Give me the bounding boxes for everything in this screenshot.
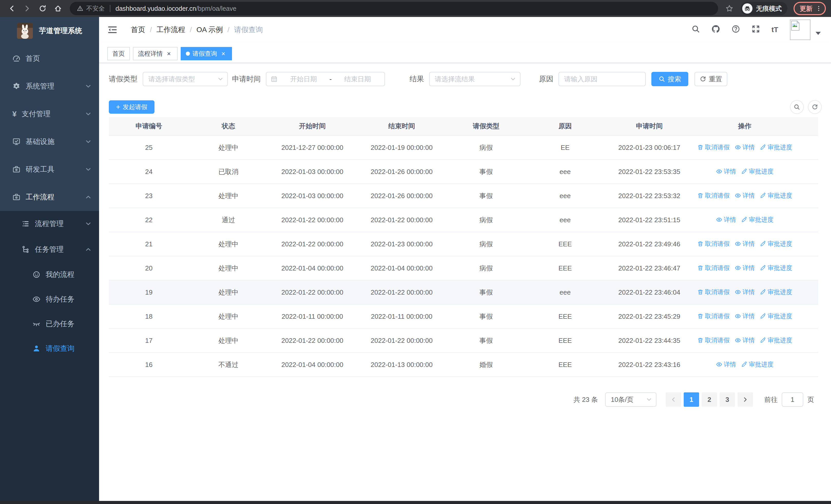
action-progress-link[interactable]: 审批进度 [760, 143, 792, 151]
next-page-button[interactable] [738, 392, 753, 407]
breadcrumb-separator: / [190, 26, 192, 34]
action-detail-link[interactable]: 详情 [735, 312, 755, 320]
back-icon[interactable] [5, 2, 19, 15]
action-cancel-link[interactable]: 取消请假 [697, 264, 729, 272]
more-vert-icon[interactable] [815, 5, 822, 11]
action-detail-link[interactable]: 详情 [716, 360, 736, 368]
action-cancel-link[interactable]: 取消请假 [697, 240, 729, 248]
show-search-button[interactable] [790, 100, 804, 114]
action-detail-link[interactable]: 详情 [735, 336, 755, 345]
filter-form: 请假类型 请选择请假类型 申请时间 开始日期 - 结束日期 结果 请选择流结果 [109, 72, 822, 86]
cell-id: 22 [109, 208, 189, 232]
github-icon[interactable] [711, 25, 722, 35]
tab-process-detail[interactable]: 流程详情× [133, 47, 178, 60]
action-progress-link[interactable]: 审批进度 [760, 288, 792, 296]
page-button-3[interactable]: 3 [720, 392, 735, 407]
action-progress-link[interactable]: 审批进度 [741, 215, 774, 224]
sidebar-item-done-tasks[interactable]: 已办任务 [0, 312, 99, 336]
result-placeholder: 请选择流结果 [435, 75, 475, 84]
address-bar[interactable]: 不安全 dashboard.yudao.iocoder.cn/bpm/oa/le… [70, 2, 718, 15]
action-detail-link[interactable]: 详情 [735, 264, 755, 272]
action-cancel-link[interactable]: 取消请假 [697, 312, 729, 320]
search-button[interactable]: 搜索 [651, 72, 688, 86]
sidebar-logo[interactable]: 芋道管理系统 [0, 17, 99, 45]
cell-apply-time: 2022-01-22 23:49:46 [605, 232, 694, 256]
date-separator: - [329, 75, 332, 83]
fullscreen-icon[interactable] [751, 25, 762, 35]
gear-icon [12, 82, 21, 90]
cell-leave-type: 病假 [447, 136, 525, 159]
action-detail-link[interactable]: 详情 [735, 240, 755, 248]
action-progress-link[interactable]: 审批进度 [760, 191, 792, 200]
page-unit-label: 页 [807, 395, 814, 404]
sidebar-item-my-process[interactable]: 我的流程 [0, 262, 99, 287]
page-button-2[interactable]: 2 [701, 392, 717, 407]
goto-page-input[interactable] [782, 392, 803, 407]
action-detail-link[interactable]: 详情 [735, 288, 755, 296]
font-size-icon[interactable]: tT [771, 25, 782, 35]
breadcrumb-item[interactable]: 工作流程 [156, 25, 185, 35]
action-cancel-link[interactable]: 取消请假 [697, 143, 729, 151]
sidebar-item-infrastructure[interactable]: 基础设施 [0, 128, 99, 155]
action-detail-link[interactable]: 详情 [716, 167, 736, 176]
action-detail-link[interactable]: 详情 [735, 143, 755, 151]
apply-time-range-picker[interactable]: 开始日期 - 结束日期 [266, 72, 385, 86]
breadcrumb-item[interactable]: OA 示例 [197, 25, 223, 35]
close-tab-icon[interactable]: × [165, 50, 172, 57]
action-label: 详情 [742, 264, 755, 272]
sidebar-item-leave-query[interactable]: 请假查询 [0, 336, 99, 361]
sidebar-item-label: 流程管理 [35, 219, 64, 229]
refresh-table-button[interactable] [808, 100, 822, 114]
reason-input[interactable] [558, 72, 646, 86]
tab-leave-query[interactable]: 请假查询× [181, 47, 232, 60]
sidebar-item-process-mgmt[interactable]: 流程管理 [0, 211, 99, 237]
action-cancel-link[interactable]: 取消请假 [697, 336, 729, 345]
action-detail-link[interactable]: 详情 [716, 215, 736, 224]
action-progress-link[interactable]: 审批进度 [760, 312, 792, 320]
leave-type-select[interactable]: 请选择请假类型 [143, 72, 228, 86]
reload-icon[interactable] [36, 2, 49, 15]
pen-icon [760, 192, 766, 199]
chevron-up-icon [85, 194, 91, 200]
breadcrumb-item[interactable]: 首页 [131, 25, 145, 35]
cell-end-time: 2022-01-22 00:00:00 [357, 208, 447, 232]
action-progress-link[interactable]: 审批进度 [760, 264, 792, 272]
close-tab-icon[interactable]: × [220, 50, 227, 57]
sidebar-item-workflow[interactable]: 工作流程 [0, 183, 99, 211]
avatar[interactable] [790, 20, 810, 40]
table-toolbar: + 发起请假 [109, 100, 822, 114]
sidebar-item-dev-tools[interactable]: 研发工具 [0, 155, 99, 183]
result-select[interactable]: 请选择流结果 [429, 72, 520, 86]
update-button[interactable]: 更新 [794, 2, 826, 15]
page-button-1[interactable]: 1 [684, 392, 699, 407]
question-icon[interactable] [732, 25, 742, 35]
chevron-down-icon[interactable] [815, 32, 821, 35]
sidebar-item-home[interactable]: 首页 [0, 45, 99, 72]
action-progress-link[interactable]: 审批进度 [741, 360, 774, 368]
reason-label: 原因 [539, 74, 553, 84]
sidebar-item-payment-mgmt[interactable]: ¥支付管理 [0, 100, 99, 128]
search-icon[interactable] [691, 25, 701, 35]
eye-icon [735, 289, 741, 295]
action-progress-link[interactable]: 审批进度 [741, 167, 774, 176]
action-progress-link[interactable]: 审批进度 [760, 240, 792, 248]
action-detail-link[interactable]: 详情 [735, 191, 755, 200]
action-cancel-link[interactable]: 取消请假 [697, 288, 729, 296]
sidebar-fold-icon[interactable] [107, 24, 118, 35]
bookmark-star-icon[interactable] [723, 2, 736, 14]
sidebar-item-label: 研发工具 [26, 165, 54, 174]
home-icon[interactable] [51, 2, 65, 15]
action-cancel-link[interactable]: 取消请假 [697, 191, 729, 200]
forward-icon[interactable] [21, 2, 34, 15]
prev-page-button[interactable] [666, 392, 681, 407]
tab-home[interactable]: 首页 [107, 47, 130, 60]
action-label: 详情 [742, 191, 755, 200]
reset-button[interactable]: 重置 [694, 72, 727, 86]
action-progress-link[interactable]: 审批进度 [760, 336, 792, 345]
chevron-down-icon [85, 166, 91, 173]
page-size-select[interactable]: 10条/页 [605, 392, 657, 407]
sidebar-item-todo-tasks[interactable]: 待办任务 [0, 287, 99, 312]
sidebar-item-task-mgmt[interactable]: 任务管理 [0, 237, 99, 262]
sidebar-item-system-mgmt[interactable]: 系统管理 [0, 72, 99, 100]
create-leave-button[interactable]: + 发起请假 [109, 100, 154, 114]
